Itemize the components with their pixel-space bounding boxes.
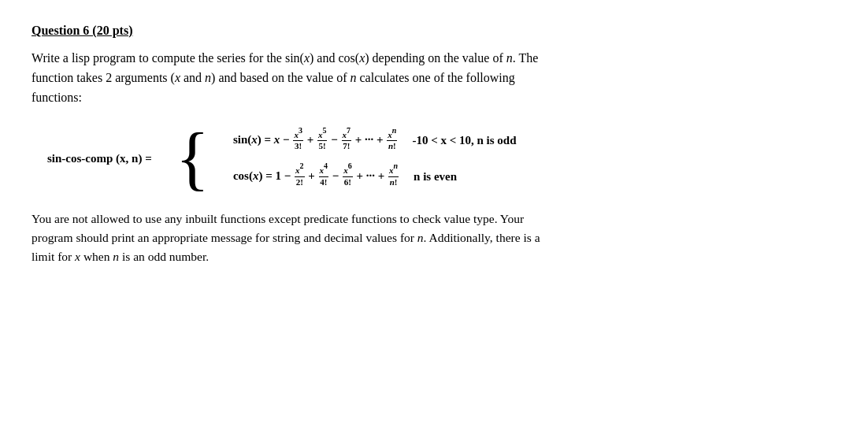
body-line2: function takes 2 arguments (x and n) and… [32,71,515,84]
cos-condition: n is even [414,170,457,184]
question-body: Write a lisp program to compute the seri… [32,49,835,107]
func-label: sin-cos-comp (x, n) = [47,152,152,165]
following-text: following [466,71,515,84]
footer-line3: limit for x when n is an odd number. [32,250,209,263]
body-line1: Write a lisp program to compute the seri… [32,51,538,65]
brace: { [176,123,210,194]
footer-line2: program should print an appropriate mess… [32,231,540,244]
question-title: Question 6 (20 pts) [32,24,836,38]
body-line3: functions: [32,91,82,104]
cos-formula: cos(x) = 1 − x22! + x44! − x66! + ··· + … [233,165,399,187]
footer-line1: You are not allowed to use any inbuilt f… [32,212,524,225]
sin-case-row: sin(x) = x − x33! + x55! − x77! + ··· + … [233,130,517,151]
cases: sin(x) = x − x33! + x55! − x77! + ··· + … [233,130,517,187]
sin-condition: -10 < x < 10, n is odd [412,134,516,147]
cos-case-row: cos(x) = 1 − x22! + x44! − x66! + ··· + … [233,165,517,187]
footer-text: You are not allowed to use any inbuilt f… [32,210,827,266]
formula-section: sin-cos-comp (x, n) = { sin(x) = x − x33… [47,123,836,194]
sin-formula: sin(x) = x − x33! + x55! − x77! + ··· + … [233,130,399,151]
